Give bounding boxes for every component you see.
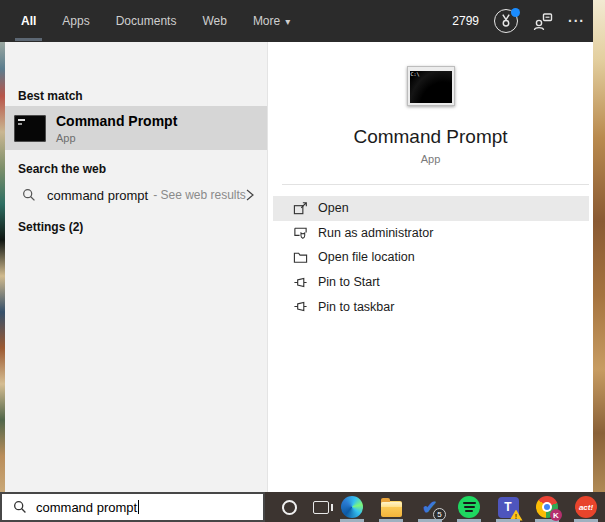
windows-search-flyout: All Apps Documents Web More ▾ 2799 <box>0 0 605 522</box>
pin-icon <box>292 274 308 290</box>
preview-divider <box>282 184 589 185</box>
ellipsis-glyph: ··· <box>568 13 585 29</box>
act-logo-text: act! <box>575 496 597 518</box>
taskbar-chrome-icon[interactable]: K <box>535 495 559 519</box>
command-prompt-icon <box>14 115 46 142</box>
action-open-file-location-label: Open file location <box>318 250 415 264</box>
tab-apps[interactable]: Apps <box>49 0 102 42</box>
action-pin-to-start[interactable]: Pin to Start <box>273 270 589 295</box>
pin-icon <box>292 299 308 315</box>
action-pin-to-taskbar[interactable]: Pin to taskbar <box>273 294 589 319</box>
search-icon <box>13 500 27 514</box>
teams-letter: T <box>504 500 511 514</box>
web-suffix-text: - See web results <box>153 188 246 202</box>
search-header: All Apps Documents Web More ▾ 2799 <box>0 0 593 42</box>
action-run-as-administrator[interactable]: Run as administrator <box>273 221 589 246</box>
text-caret <box>138 500 139 514</box>
action-pin-to-start-label: Pin to Start <box>318 275 380 289</box>
search-input-value: command prompt <box>36 500 137 515</box>
search-web-heading: Search the web <box>18 162 106 176</box>
tab-documents[interactable]: Documents <box>103 0 190 42</box>
chevron-down-icon: ▾ <box>285 16 290 27</box>
feedback-icon[interactable] <box>533 11 553 31</box>
settings-heading: Settings (2) <box>18 220 83 234</box>
taskbar-edge-icon[interactable] <box>340 495 364 519</box>
open-window-icon <box>292 200 308 216</box>
tab-documents-label: Documents <box>116 14 177 28</box>
preview-type: App <box>268 153 593 165</box>
cortana-icon[interactable] <box>277 495 301 519</box>
preview-title: Command Prompt <box>268 126 593 148</box>
action-pin-to-taskbar-label: Pin to taskbar <box>318 300 394 314</box>
rewards-points: 2799 <box>452 14 479 28</box>
taskbar-teams-icon[interactable]: T ! <box>496 495 520 519</box>
context-actions: Open Run as administrator Open file l <box>268 196 593 319</box>
tab-all-label: All <box>21 14 36 28</box>
rewards-medal-icon[interactable] <box>494 9 518 33</box>
folder-icon <box>292 249 308 265</box>
taskbar-spotify-icon[interactable] <box>457 495 481 519</box>
action-run-admin-label: Run as administrator <box>318 226 433 240</box>
taskbar-act-icon[interactable]: act! <box>574 495 598 519</box>
search-icon <box>22 188 36 202</box>
tab-web[interactable]: Web <box>189 0 239 42</box>
command-prompt-icon-large: C:\ <box>407 66 455 106</box>
web-search-suggestion[interactable]: command prompt - See web results <box>5 181 267 209</box>
header-actions: 2799 ··· <box>452 0 585 42</box>
task-view-icon[interactable] <box>309 495 333 519</box>
web-query-text: command prompt <box>47 188 148 203</box>
best-match-result[interactable]: Command Prompt App <box>5 106 267 150</box>
action-open[interactable]: Open <box>273 196 589 221</box>
search-input[interactable]: command prompt <box>0 492 265 522</box>
best-match-heading: Best match <box>18 89 83 103</box>
admin-shield-icon <box>292 225 308 241</box>
results-panel: Best match Command Prompt App Search the… <box>5 42 267 492</box>
taskbar-file-explorer-icon[interactable] <box>379 495 403 519</box>
tab-web-label: Web <box>202 14 226 28</box>
action-open-file-location[interactable]: Open file location <box>273 245 589 270</box>
more-options-icon[interactable]: ··· <box>568 13 585 29</box>
profile-badge: K <box>550 509 562 521</box>
taskbar-todo-icon[interactable]: ✔ 5 <box>418 495 442 519</box>
tab-more[interactable]: More ▾ <box>240 0 303 42</box>
search-filter-tabs: All Apps Documents Web More ▾ <box>8 0 303 42</box>
chevron-right-icon[interactable] <box>243 187 257 203</box>
tab-more-label: More <box>253 14 280 28</box>
taskbar: ✔ 5 T ! K act! <box>265 492 605 522</box>
notification-dot <box>511 8 520 17</box>
cmd-icon-text: C:\ <box>411 71 420 77</box>
desktop-wallpaper-sliver-right <box>593 0 605 492</box>
action-open-label: Open <box>318 201 349 215</box>
result-type: App <box>56 132 177 144</box>
preview-panel: C:\ Command Prompt App Open <box>267 42 593 492</box>
tab-apps-label: Apps <box>62 14 89 28</box>
result-title: Command Prompt <box>56 113 177 129</box>
tab-all[interactable]: All <box>8 0 49 42</box>
